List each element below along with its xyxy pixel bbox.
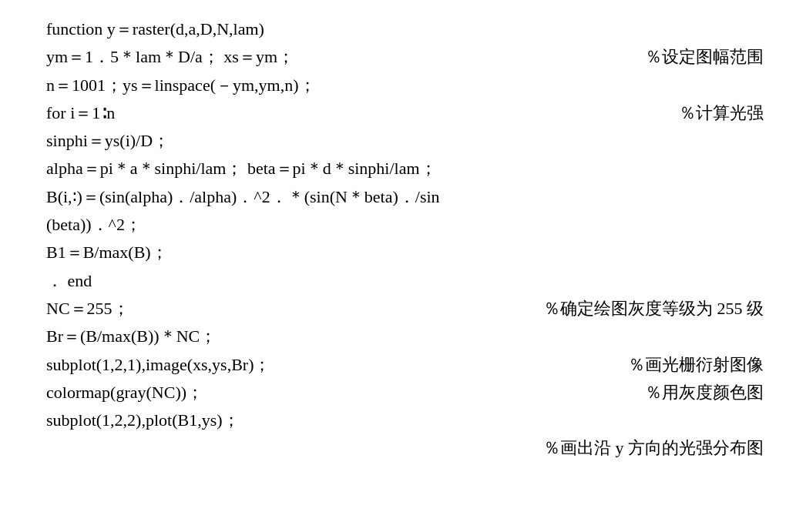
code-comment xyxy=(764,127,775,155)
line-comment: ％画出沿 y 方向的光强分布图 xyxy=(543,438,764,457)
line-content: ． end xyxy=(46,271,92,290)
code-text: function y＝raster(d,a,D,N,lam) xyxy=(46,15,764,43)
line-comment: ％确定绘图灰度等级为 255 级 xyxy=(543,299,764,318)
code-comment: ％计算光强 xyxy=(679,99,775,127)
code-text: subplot(1,2,1),image(xs,ys,Br)； xyxy=(46,351,628,379)
code-comment: ％设定图幅范围 xyxy=(645,43,775,71)
code-text: NC＝255； xyxy=(46,295,543,323)
code-comment xyxy=(764,155,775,182)
line-content: NC＝255； xyxy=(46,299,129,318)
code-comment xyxy=(764,323,775,350)
line-content: subplot(1,2,1),image(xs,ys,Br)； xyxy=(46,355,270,374)
line-content: colormap(gray(NC))； xyxy=(46,383,203,402)
line-content: function y＝raster(d,a,D,N,lam) xyxy=(46,19,264,38)
code-text: sinphi＝ys(i)/D； xyxy=(46,127,764,155)
line-content: B(i,∶)＝(sin(alpha)．/alpha)．^2．＊(sin(N＊be… xyxy=(46,187,440,206)
code-comment xyxy=(764,267,775,295)
code-text: ． end xyxy=(46,267,764,295)
code-comment xyxy=(764,15,775,43)
code-comment xyxy=(764,72,775,99)
code-line-2: ym＝1．5＊lam＊D/a； xs＝ym； ％设定图幅范围 xyxy=(46,43,775,71)
code-text: n＝1001；ys＝linspace(－ym,ym,n)； xyxy=(46,72,764,99)
code-text: for i＝1∶n xyxy=(46,99,679,127)
line-content: alpha＝pi＊a＊sinphi/lam； beta＝pi＊d＊sinphi/… xyxy=(46,159,437,178)
code-text: ym＝1．5＊lam＊D/a； xs＝ym； xyxy=(46,43,645,71)
line-content: B1＝B/max(B)； xyxy=(46,243,168,262)
code-line-7: B(i,∶)＝(sin(alpha)．/alpha)．^2．＊(sin(N＊be… xyxy=(46,183,775,211)
code-line-12: subplot(1,2,1),image(xs,ys,Br)； ％画光栅衍射图像 xyxy=(46,351,775,379)
line-comment: ％计算光强 xyxy=(679,103,764,122)
line-content: subplot(1,2,2),plot(B1,ys)； xyxy=(46,410,240,430)
code-comment: ％画光栅衍射图像 xyxy=(628,351,775,379)
code-comment: ％用灰度颜色图 xyxy=(645,379,775,407)
code-line-11: Br＝(B/max(B))＊NC； xyxy=(46,323,775,350)
code-comment: ％确定绘图灰度等级为 255 级 xyxy=(543,295,775,323)
code-line-6: alpha＝pi＊a＊sinphi/lam； beta＝pi＊d＊sinphi/… xyxy=(46,155,775,182)
code-comment: ％画出沿 y 方向的光强分布图 xyxy=(543,434,775,462)
code-comment xyxy=(764,183,775,211)
code-line-4: for i＝1∶n ％计算光强 xyxy=(46,99,775,127)
line-content: n＝1001；ys＝linspace(－ym,ym,n)； xyxy=(46,75,316,95)
line-comment: ％设定图幅范围 xyxy=(645,47,764,66)
code-line-5: sinphi＝ys(i)/D； xyxy=(46,127,775,155)
code-comment xyxy=(764,407,775,434)
code-text: colormap(gray(NC))； xyxy=(46,379,645,407)
line-comment: ％用灰度颜色图 xyxy=(645,383,764,402)
code-text: (beta))．^2； xyxy=(46,211,764,239)
code-text: subplot(1,2,2),plot(B1,ys)； xyxy=(46,407,764,434)
code-line-14: subplot(1,2,2),plot(B1,ys)； xyxy=(46,407,775,434)
code-text: alpha＝pi＊a＊sinphi/lam； beta＝pi＊d＊sinphi/… xyxy=(46,155,764,182)
line-content: sinphi＝ys(i)/D； xyxy=(46,131,170,150)
code-line-9: ． end xyxy=(46,267,775,295)
code-text: B1＝B/max(B)； xyxy=(46,239,764,266)
code-line-8: B1＝B/max(B)； xyxy=(46,239,775,266)
code-block: function y＝raster(d,a,D,N,lam) ym＝1．5＊la… xyxy=(0,0,806,478)
code-line-15: ％画出沿 y 方向的光强分布图 xyxy=(46,434,775,462)
code-comment xyxy=(764,211,775,239)
code-line-13: colormap(gray(NC))； ％用灰度颜色图 xyxy=(46,379,775,407)
code-text xyxy=(46,434,543,462)
code-line-7b: (beta))．^2； xyxy=(46,211,775,239)
code-text: B(i,∶)＝(sin(alpha)．/alpha)．^2．＊(sin(N＊be… xyxy=(46,183,764,211)
code-line-3: n＝1001；ys＝linspace(－ym,ym,n)； xyxy=(46,72,775,99)
line-content: ym＝1．5＊lam＊D/a； xs＝ym； xyxy=(46,47,294,66)
line-content: (beta))．^2； xyxy=(46,215,142,234)
code-line-10: NC＝255； ％确定绘图灰度等级为 255 级 xyxy=(46,295,775,323)
code-comment xyxy=(764,239,775,266)
line-comment: ％画光栅衍射图像 xyxy=(628,355,764,374)
code-text: Br＝(B/max(B))＊NC； xyxy=(46,323,764,350)
line-content: for i＝1∶n xyxy=(46,103,115,122)
code-line-1: function y＝raster(d,a,D,N,lam) xyxy=(46,15,775,43)
line-content: Br＝(B/max(B))＊NC； xyxy=(46,326,217,346)
